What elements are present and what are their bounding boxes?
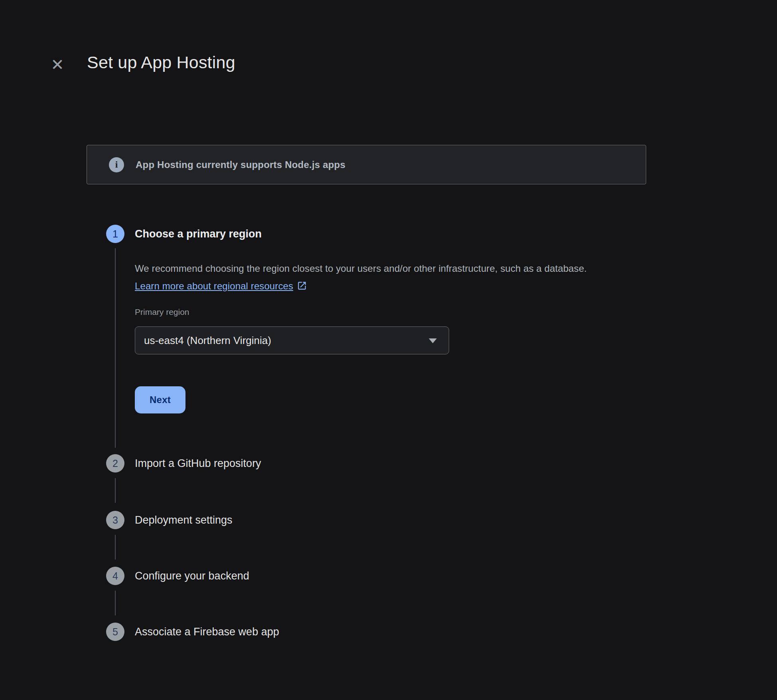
step-number-badge: 1 — [106, 225, 124, 243]
next-button[interactable]: Next — [135, 386, 185, 413]
step-row-choose-region: 1 Choose a primary region — [106, 225, 262, 243]
region-description: We recommend choosing the region closest… — [135, 260, 621, 295]
step-number-badge: 2 — [106, 454, 124, 473]
info-icon: i — [109, 157, 124, 172]
step-label-deployment-settings: Deployment settings — [135, 514, 233, 526]
page-title: Set up App Hosting — [87, 53, 235, 72]
step-number-badge: 3 — [106, 511, 124, 529]
step-row-deployment-settings: 3 Deployment settings — [106, 511, 233, 529]
step-row-import-repo: 2 Import a GitHub repository — [106, 454, 261, 473]
caret-down-icon — [429, 338, 437, 343]
stepper-connector — [115, 591, 116, 615]
stepper-connector — [115, 248, 116, 448]
info-banner: i App Hosting currently supports Node.js… — [87, 145, 646, 184]
banner-text: App Hosting currently supports Node.js a… — [136, 159, 345, 170]
external-link-icon — [297, 281, 307, 291]
primary-region-select[interactable]: us-east4 (Northern Virginia) — [135, 326, 449, 354]
step-number-badge: 4 — [106, 567, 124, 585]
step-label-associate-web-app: Associate a Firebase web app — [135, 626, 279, 638]
step-label-choose-region: Choose a primary region — [135, 228, 262, 240]
step-row-associate-web-app: 5 Associate a Firebase web app — [106, 623, 279, 641]
learn-more-link-text: Learn more about regional resources — [135, 281, 293, 291]
learn-more-link[interactable]: Learn more about regional resources — [135, 281, 307, 291]
primary-region-value: us-east4 (Northern Virginia) — [144, 334, 271, 347]
step-row-configure-backend: 4 Configure your backend — [106, 567, 249, 585]
step-label-import-repo: Import a GitHub repository — [135, 457, 261, 470]
region-description-text: We recommend choosing the region closest… — [135, 263, 587, 274]
stepper-connector — [115, 535, 116, 560]
step-label-configure-backend: Configure your backend — [135, 570, 249, 582]
close-icon[interactable]: ✕ — [47, 54, 68, 75]
step-number-badge: 5 — [106, 623, 124, 641]
primary-region-label: Primary region — [135, 307, 189, 317]
stepper-connector — [115, 478, 116, 503]
